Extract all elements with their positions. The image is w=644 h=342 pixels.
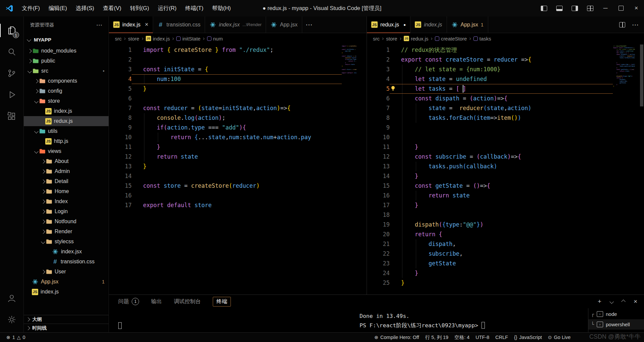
new-terminal-icon[interactable]: + bbox=[598, 298, 601, 305]
status-compile-hero[interactable]: ⊛Compile Hero: Off bbox=[371, 334, 422, 341]
maximize-button[interactable] bbox=[613, 0, 629, 16]
code-editor-left[interactable]: 1234567891011121314151617import { create… bbox=[109, 44, 367, 295]
sidebar-section-0[interactable]: 大纲 bbox=[24, 315, 109, 324]
tree-item-index[interactable]: Index bbox=[24, 196, 109, 206]
code-line[interactable]: export default store bbox=[143, 200, 367, 210]
breadcrumb-item[interactable]: tasks bbox=[473, 36, 491, 41]
breadcrumb-item[interactable]: JSredux.js bbox=[404, 36, 429, 41]
toggle-secondary-sidebar-icon[interactable] bbox=[567, 0, 582, 16]
code-line[interactable]: } bbox=[143, 162, 367, 171]
panel-tab-终端[interactable]: 终端 bbox=[213, 297, 231, 307]
tree-item-admin[interactable]: Admin bbox=[24, 166, 109, 176]
menu-item-1[interactable]: 编辑(E) bbox=[44, 0, 71, 16]
code-line[interactable]: } bbox=[401, 142, 644, 152]
project-section-header[interactable]: MYAPP bbox=[24, 33, 109, 46]
panel-tab-问题[interactable]: 问题1 bbox=[118, 297, 139, 307]
tree-item-detail[interactable]: Detail bbox=[24, 176, 109, 186]
status-indentation[interactable]: 空格: 4 bbox=[451, 334, 472, 341]
code-line[interactable] bbox=[143, 191, 367, 200]
menu-item-6[interactable]: 终端(T) bbox=[181, 0, 208, 16]
activitybar-item-source-control[interactable] bbox=[0, 63, 23, 84]
code-line[interactable] bbox=[143, 55, 367, 65]
tree-item-about[interactable]: About bbox=[24, 156, 109, 166]
breadcrumb-item[interactable]: num bbox=[207, 36, 223, 41]
activitybar-item-account[interactable] bbox=[0, 287, 23, 309]
code-line[interactable]: dispath, bbox=[401, 239, 644, 249]
tree-item-login[interactable]: Login bbox=[24, 206, 109, 217]
more-tabs-icon[interactable]: ⋯ bbox=[306, 21, 313, 29]
code-line[interactable]: } bbox=[401, 268, 644, 278]
breadcrumb-item[interactable]: src bbox=[115, 36, 122, 41]
code-line[interactable]: tasks.push(callback) bbox=[401, 162, 644, 171]
tree-item-user[interactable]: User bbox=[24, 267, 109, 277]
code-editor-right[interactable]: 1234567891011121314151617181920212223242… bbox=[367, 44, 644, 295]
status-go-live[interactable]: ⊙Go Live bbox=[545, 334, 574, 341]
code-line[interactable]: console.log(action); bbox=[143, 113, 367, 123]
code-line[interactable]: let state = undefined bbox=[401, 74, 644, 84]
tree-item-config[interactable]: config bbox=[24, 86, 109, 96]
tab-index-js[interactable]: JSindex.js× bbox=[109, 16, 153, 33]
code-line[interactable]: } bbox=[401, 278, 644, 288]
code-line[interactable]: tasks.forEach(item=>item()) bbox=[401, 113, 644, 123]
code-line[interactable]: const store = createStore(reducer) bbox=[143, 181, 367, 191]
code-line[interactable] bbox=[143, 94, 367, 103]
tree-item-render[interactable]: Render bbox=[24, 227, 109, 237]
breadcrumb-item[interactable]: createStore bbox=[435, 36, 467, 41]
code-line[interactable]: const dispath = (action)=>{ bbox=[401, 94, 644, 103]
customize-layout-icon[interactable] bbox=[582, 0, 598, 16]
code-line[interactable]: } bbox=[401, 171, 644, 181]
tree-item-redux-js[interactable]: JSredux.js bbox=[24, 116, 109, 126]
tree-item-stylecss[interactable]: stylecss bbox=[24, 237, 109, 247]
tab-index-js[interactable]: JSindex.js bbox=[410, 16, 447, 33]
tree-item-index-jsx[interactable]: index.jsx bbox=[24, 247, 109, 257]
code-line[interactable]: if(action.type === "add"){ bbox=[143, 123, 367, 133]
panel-tab-调试控制台[interactable]: 调试控制台 bbox=[174, 297, 201, 307]
tree-item-home[interactable]: Home bbox=[24, 186, 109, 196]
activitybar-item-search[interactable] bbox=[0, 41, 23, 63]
status-encoding[interactable]: UTF-8 bbox=[472, 334, 492, 341]
scrollbar-slider[interactable] bbox=[640, 45, 643, 106]
code-line[interactable] bbox=[401, 133, 644, 142]
code-line[interactable]: const subscribe = (callback)=>{ bbox=[401, 152, 644, 162]
menu-item-5[interactable]: 运行(R) bbox=[153, 0, 181, 16]
chevron-down-icon[interactable] bbox=[609, 300, 614, 304]
close-icon[interactable]: × bbox=[145, 21, 148, 28]
tab-app-jsx[interactable]: App.jsx bbox=[266, 16, 302, 33]
code-line[interactable]: return state bbox=[143, 152, 367, 162]
code-line[interactable]: const reducer = (state=initState,action)… bbox=[143, 103, 367, 113]
code-line[interactable]: return state bbox=[401, 191, 644, 200]
tree-item-index-js[interactable]: JSindex.js bbox=[24, 106, 109, 116]
code-line[interactable] bbox=[401, 123, 644, 133]
code-line[interactable] bbox=[143, 171, 367, 181]
minimap[interactable]: import { createStore } from "./redux";co… bbox=[342, 45, 357, 74]
code-content[interactable]: // redux的状态管理export const createStore = … bbox=[401, 45, 644, 295]
activitybar-item-extensions[interactable] bbox=[0, 105, 23, 127]
status-eol[interactable]: CRLF bbox=[492, 334, 511, 341]
menu-item-4[interactable]: 转到(G) bbox=[126, 0, 153, 16]
code-line[interactable]: num:100 bbox=[143, 74, 367, 84]
tree-item-store[interactable]: store bbox=[24, 96, 109, 106]
tab-redux-js[interactable]: JSredux.js● bbox=[367, 16, 410, 33]
breadcrumb-item[interactable]: src bbox=[373, 36, 380, 41]
code-content[interactable]: import { createStore } from "./redux";co… bbox=[143, 45, 367, 295]
views-more-actions-icon[interactable]: ⋯ bbox=[96, 21, 103, 29]
breadcrumb-item[interactable]: initState bbox=[176, 36, 200, 41]
tree-item-http-js[interactable]: JShttp.js bbox=[24, 136, 109, 146]
panel-tab-输出[interactable]: 输出 bbox=[151, 297, 162, 307]
editor-scrollbar[interactable] bbox=[639, 44, 644, 295]
code-line[interactable]: } bbox=[401, 200, 644, 210]
tree-item-node-modules[interactable]: node_modules bbox=[24, 46, 109, 56]
activitybar-item-explorer[interactable]: 1 bbox=[0, 20, 23, 41]
close-button[interactable]: × bbox=[629, 0, 644, 16]
code-line[interactable]: let tasks = [ ] bbox=[401, 84, 644, 94]
menu-item-0[interactable]: 文件(F) bbox=[17, 0, 44, 16]
split-editor-icon[interactable] bbox=[619, 22, 625, 27]
tree-item-src[interactable]: src● bbox=[24, 66, 109, 76]
code-line[interactable]: import { createStore } from "./redux"; bbox=[143, 45, 367, 55]
code-line[interactable]: return {...state,num:state.num+action.pa… bbox=[143, 133, 367, 142]
sidebar-section-1[interactable]: 时间线 bbox=[24, 324, 109, 332]
code-line[interactable]: dispath({type:"@@"}) bbox=[401, 220, 644, 230]
code-line[interactable]: const initState = { bbox=[143, 65, 367, 74]
terminal-list-item-node[interactable]: ┌›node bbox=[588, 309, 644, 319]
toggle-sidebar-icon[interactable] bbox=[536, 0, 552, 16]
